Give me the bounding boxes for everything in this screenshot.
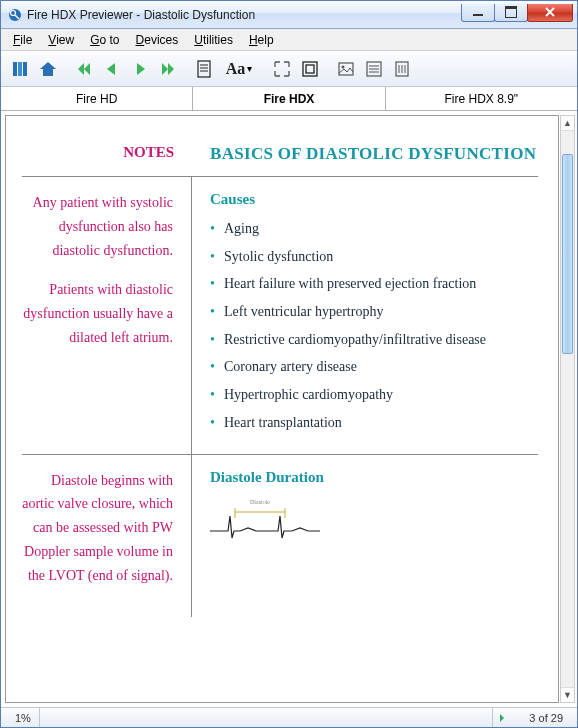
menu-utilities[interactable]: Utilities	[186, 31, 241, 49]
last-page-button[interactable]	[155, 56, 181, 82]
svg-rect-5	[23, 62, 27, 76]
list-item: Restrictive cardiomyopathy/infiltrative …	[210, 329, 538, 351]
scroll-up-button[interactable]: ▲	[561, 116, 574, 131]
titlebar: Fire HDX Previewer - Diastolic Dysfuncti…	[1, 1, 577, 29]
document-mode-button[interactable]	[191, 56, 217, 82]
diagram-label: Diastole	[250, 499, 270, 505]
list-item: Sytolic dysfunction	[210, 246, 538, 268]
first-page-button[interactable]	[71, 56, 97, 82]
menu-help[interactable]: Help	[241, 31, 282, 49]
page-title: BASICS OF DIASTOLIC DYSFUNCTION	[192, 132, 538, 176]
minimize-button[interactable]	[461, 4, 495, 22]
tab-fire-hd[interactable]: Fire HD	[1, 87, 193, 110]
list-item: Left ventricular hypertrophy	[210, 301, 538, 323]
scroll-down-button[interactable]: ▼	[561, 687, 574, 702]
note-text: Patients with diastolic dysfunction usua…	[22, 278, 173, 349]
note-text: Diastole beginns with aortic valve closu…	[22, 469, 173, 588]
toolbar: Aa▾	[1, 51, 577, 87]
svg-rect-10	[303, 62, 317, 76]
app-window: Fire HDX Previewer - Diastolic Dysfuncti…	[0, 0, 578, 728]
svg-rect-3	[13, 62, 17, 76]
section-heading: Diastole Duration	[210, 469, 538, 486]
device-tabs: Fire HD Fire HDX Fire HDX 8.9"	[1, 87, 577, 111]
causes-list: Aging Sytolic dysfunction Heart failure …	[210, 218, 538, 434]
page-indicator: 3 of 29	[511, 708, 571, 727]
library-button[interactable]	[7, 56, 33, 82]
ecg-diagram: Diastole	[210, 496, 538, 550]
status-next-button[interactable]	[493, 713, 511, 723]
svg-rect-6	[198, 61, 210, 77]
notes-section-1: Any patient with systolic dysfunction al…	[22, 176, 192, 454]
image-view-button[interactable]	[333, 56, 359, 82]
main-section-duration: Diastole Duration Diastole	[192, 454, 538, 618]
outline-view-button[interactable]	[361, 56, 387, 82]
menu-file[interactable]: File	[5, 31, 40, 49]
main-section-causes: Causes Aging Sytolic dysfunction Heart f…	[192, 176, 538, 454]
properties-button[interactable]	[389, 56, 415, 82]
scroll-thumb[interactable]	[562, 154, 573, 354]
font-size-button[interactable]: Aa▾	[219, 56, 259, 82]
content-area: NOTES BASICS OF DIASTOLIC DYSFUNCTION An…	[1, 111, 577, 707]
notes-section-2: Diastole beginns with aortic valve closu…	[22, 454, 192, 618]
prev-page-button[interactable]	[99, 56, 125, 82]
fullscreen-button[interactable]	[269, 56, 295, 82]
section-heading: Causes	[210, 191, 538, 208]
menu-view[interactable]: View	[40, 31, 82, 49]
chevron-down-icon: ▾	[247, 63, 252, 74]
close-button[interactable]	[527, 4, 573, 22]
tab-fire-hdx[interactable]: Fire HDX	[193, 87, 385, 110]
window-title: Fire HDX Previewer - Diastolic Dysfuncti…	[27, 8, 255, 22]
document-preview[interactable]: NOTES BASICS OF DIASTOLIC DYSFUNCTION An…	[5, 115, 559, 703]
vertical-scrollbar[interactable]: ▲ ▼	[560, 115, 575, 703]
list-item: Hypertrophic cardiomyopathy	[210, 384, 538, 406]
maximize-button[interactable]	[494, 4, 528, 22]
svg-rect-11	[306, 65, 314, 73]
fit-width-button[interactable]	[297, 56, 323, 82]
list-item: Aging	[210, 218, 538, 240]
next-page-button[interactable]	[127, 56, 153, 82]
app-icon	[7, 7, 23, 23]
menu-devices[interactable]: Devices	[128, 31, 187, 49]
note-text: Any patient with systolic dysfunction al…	[22, 191, 173, 262]
menubar: File View Go to Devices Utilities Help	[1, 29, 577, 51]
zoom-level[interactable]: 1%	[7, 708, 40, 727]
home-button[interactable]	[35, 56, 61, 82]
window-controls	[462, 8, 573, 22]
statusbar: 1% 3 of 29	[1, 707, 577, 727]
svg-rect-4	[18, 62, 22, 76]
list-item: Heart failure with preserved ejection fr…	[210, 273, 538, 295]
tab-fire-hdx-89[interactable]: Fire HDX 8.9"	[386, 87, 577, 110]
svg-point-13	[342, 65, 345, 68]
list-item: Heart transplantation	[210, 412, 538, 434]
notes-column-heading: NOTES	[22, 132, 192, 176]
menu-goto[interactable]: Go to	[82, 31, 127, 49]
list-item: Coronary artery disease	[210, 356, 538, 378]
